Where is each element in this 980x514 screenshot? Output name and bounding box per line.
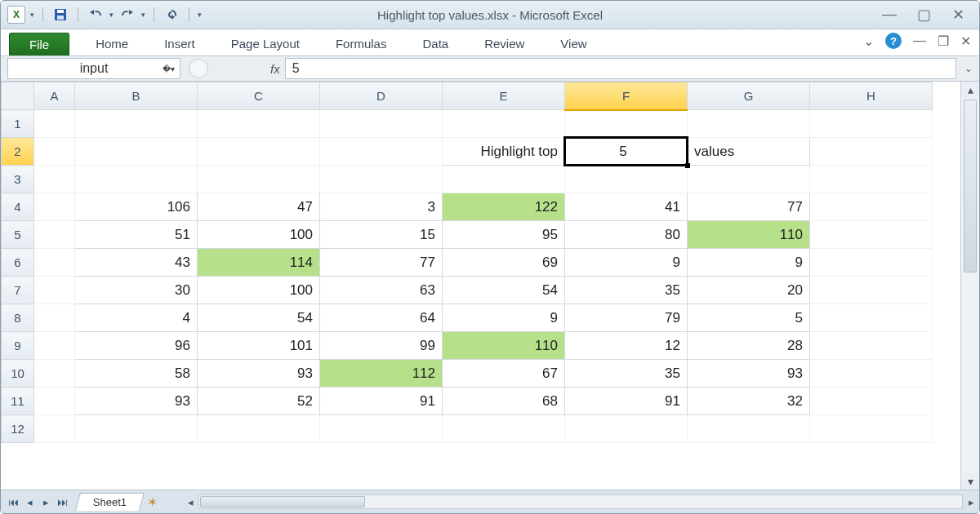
cell-D2[interactable]	[320, 138, 443, 166]
cell-D8[interactable]: 64	[320, 304, 443, 332]
cell-C4[interactable]: 47	[198, 193, 320, 221]
cell-F10[interactable]: 35	[565, 360, 688, 388]
cell-F6[interactable]: 9	[565, 249, 688, 277]
row-header-8[interactable]: 8	[2, 304, 34, 332]
cell-A5[interactable]	[34, 221, 75, 249]
cell-H10[interactable]	[810, 360, 933, 388]
spreadsheet-grid[interactable]: ABCDEFGH12Highlight top5values3410647312…	[1, 82, 933, 443]
cell-H6[interactable]	[810, 249, 933, 277]
row-header-1[interactable]: 1	[2, 110, 34, 138]
scroll-right-icon[interactable]: ▸	[963, 496, 979, 508]
cell-E9[interactable]: 110	[443, 332, 565, 360]
cell-H4[interactable]	[810, 193, 933, 221]
close-icon[interactable]: ✕	[950, 6, 966, 24]
scroll-left-icon[interactable]: ◂	[182, 496, 198, 508]
cell-F3[interactable]	[565, 166, 688, 193]
col-header-A[interactable]: A	[34, 82, 75, 110]
row-header-12[interactable]: 12	[2, 415, 34, 443]
cell-D1[interactable]	[320, 110, 443, 138]
cell-D12[interactable]	[320, 415, 443, 443]
tab-formulas[interactable]: Formulas	[318, 32, 405, 55]
excel-logo-icon[interactable]: X	[7, 6, 25, 24]
cell-F4[interactable]: 41	[565, 193, 688, 221]
scroll-up-icon[interactable]: ▴	[961, 82, 979, 98]
row-header-2[interactable]: 2	[2, 138, 34, 166]
cell-C8[interactable]: 54	[198, 304, 320, 332]
cell-C5[interactable]: 100	[198, 221, 320, 249]
row-header-10[interactable]: 10	[2, 360, 34, 388]
cell-A9[interactable]	[34, 332, 75, 360]
cell-A4[interactable]	[34, 193, 75, 221]
col-header-D[interactable]: D	[320, 82, 443, 110]
expand-formula-bar-icon[interactable]: ⌄	[961, 63, 976, 74]
row-header-9[interactable]: 9	[2, 332, 34, 360]
col-header-F[interactable]: F	[565, 82, 688, 110]
cell-E6[interactable]: 69	[443, 249, 565, 277]
cell-D10[interactable]: 112	[320, 360, 443, 388]
cell-C3[interactable]	[198, 166, 320, 193]
cell-D11[interactable]: 91	[320, 388, 443, 415]
cell-G6[interactable]: 9	[688, 249, 810, 277]
cell-D7[interactable]: 63	[320, 277, 443, 304]
cell-A6[interactable]	[34, 249, 75, 277]
qat-dropdown-icon[interactable]: ▾	[30, 11, 34, 19]
col-header-C[interactable]: C	[198, 82, 320, 110]
cell-B12[interactable]	[75, 415, 198, 443]
cell-H2[interactable]	[810, 138, 933, 166]
cell-B1[interactable]	[75, 110, 198, 138]
name-box[interactable]: input �▾	[7, 58, 180, 79]
cell-C11[interactable]: 52	[198, 388, 320, 415]
cell-F12[interactable]	[565, 415, 688, 443]
cell-H5[interactable]	[810, 221, 933, 249]
cell-E8[interactable]: 9	[443, 304, 565, 332]
cell-A2[interactable]	[34, 138, 75, 166]
ribbon-minimize-icon[interactable]: ―	[913, 33, 926, 48]
cell-H9[interactable]	[810, 332, 933, 360]
file-tab[interactable]: File	[9, 33, 69, 55]
cell-H12[interactable]	[810, 415, 933, 443]
formula-input[interactable]: 5	[285, 58, 956, 79]
cell-B3[interactable]	[75, 166, 198, 193]
cell-A11[interactable]	[34, 388, 75, 415]
cell-A3[interactable]	[34, 166, 75, 193]
hscroll-track[interactable]	[198, 494, 963, 509]
col-header-B[interactable]: B	[75, 82, 198, 110]
cell-E3[interactable]	[443, 166, 565, 193]
cell-G2[interactable]: values	[688, 138, 810, 166]
row-header-5[interactable]: 5	[2, 221, 34, 249]
cell-F9[interactable]: 12	[565, 332, 688, 360]
cell-E1[interactable]	[443, 110, 565, 138]
row-header-7[interactable]: 7	[2, 277, 34, 304]
sheet-tab[interactable]: Sheet1	[75, 493, 145, 511]
cell-B11[interactable]: 93	[75, 388, 198, 415]
cell-F7[interactable]: 35	[565, 277, 688, 304]
tab-page-layout[interactable]: Page Layout	[213, 32, 318, 55]
cell-A1[interactable]	[34, 110, 75, 138]
cell-A7[interactable]	[34, 277, 75, 304]
cell-E2[interactable]: Highlight top	[443, 138, 565, 166]
tab-review[interactable]: Review	[466, 32, 542, 55]
undo-icon[interactable]	[87, 6, 105, 24]
cell-D5[interactable]: 15	[320, 221, 443, 249]
cell-B2[interactable]	[75, 138, 198, 166]
ribbon-close-icon[interactable]: ✕	[960, 33, 971, 49]
cell-D3[interactable]	[320, 166, 443, 193]
save-icon[interactable]	[51, 6, 69, 24]
cell-H8[interactable]	[810, 304, 933, 332]
cell-F5[interactable]: 80	[565, 221, 688, 249]
cell-E4[interactable]: 122	[443, 193, 565, 221]
cell-G1[interactable]	[688, 110, 810, 138]
cell-D9[interactable]: 99	[320, 332, 443, 360]
cell-E12[interactable]	[443, 415, 565, 443]
tab-view[interactable]: View	[542, 32, 604, 55]
sheet-nav-first-icon[interactable]: ⏮	[6, 494, 20, 509]
cell-B10[interactable]: 58	[75, 360, 198, 388]
tab-data[interactable]: Data	[404, 32, 466, 55]
fx-label[interactable]: fx	[270, 62, 280, 76]
col-header-G[interactable]: G	[688, 82, 810, 110]
vscroll-track[interactable]	[961, 98, 979, 473]
cell-C7[interactable]: 100	[198, 277, 320, 304]
cell-H3[interactable]	[810, 166, 933, 193]
tab-insert[interactable]: Insert	[146, 32, 213, 55]
cell-H1[interactable]	[810, 110, 933, 138]
